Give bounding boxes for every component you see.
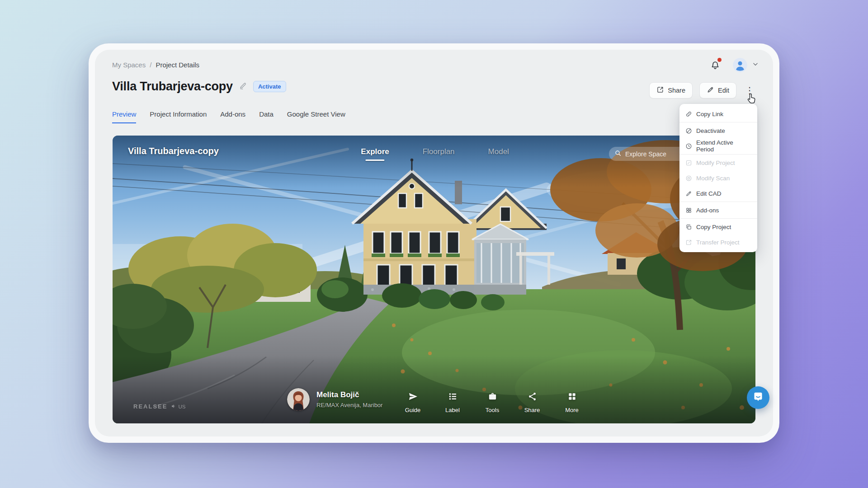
viewer-nav-floorplan[interactable]: Floorplan: [423, 147, 455, 161]
link-icon: [685, 111, 692, 117]
edit-square-icon: [685, 160, 692, 166]
more-grid-icon: [567, 391, 577, 404]
menu-item-copy-link[interactable]: Copy Link: [679, 106, 757, 122]
tab-project-information[interactable]: Project Information: [150, 110, 207, 123]
edit-button[interactable]: Edit: [699, 82, 736, 99]
toolbar-share-button[interactable]: Share: [521, 391, 543, 413]
realsee-watermark: REALSEE US: [133, 403, 185, 410]
menu-item-extend-active-period[interactable]: Extend Active Period: [679, 138, 757, 154]
share-nodes-icon: [527, 391, 538, 404]
addons-grid-icon: [685, 207, 692, 214]
menu-item-deactivate[interactable]: Deactivate: [679, 123, 757, 138]
breadcrumb: My Spaces / Project Details: [112, 61, 199, 69]
project-details-page: My Spaces / Project Details: [95, 50, 773, 436]
pencil-icon: [685, 190, 692, 197]
watermark-brand: REALSEE: [133, 403, 167, 410]
language-selector[interactable]: US: [171, 404, 185, 410]
viewer-nav: Explore Floorplan Model: [361, 147, 509, 161]
chevron-down-icon: [751, 60, 760, 70]
breadcrumb-my-spaces[interactable]: My Spaces: [112, 61, 146, 69]
breadcrumb-project-details: Project Details: [156, 61, 199, 69]
menu-divider: [679, 218, 757, 219]
breadcrumb-separator: /: [150, 61, 151, 69]
search-placeholder: Explore Space: [625, 150, 666, 158]
menu-divider: [679, 202, 757, 202]
notifications-button[interactable]: [709, 59, 721, 71]
menu-item-copy-project[interactable]: Copy Project: [679, 219, 757, 235]
viewer-top-scrim: [113, 136, 755, 188]
tab-preview[interactable]: Preview: [112, 110, 136, 123]
menu-item-add-ons[interactable]: Add-ons: [679, 202, 757, 218]
page-title: Villa Trubarjeva-copy: [112, 80, 233, 94]
page-tabs: Preview Project Information Add-ons Data…: [112, 110, 345, 123]
chat-support-button[interactable]: [747, 386, 769, 409]
tab-data[interactable]: Data: [259, 110, 274, 123]
topbar: [709, 58, 760, 72]
copy-icon: [685, 224, 692, 230]
agent-avatar: [287, 388, 310, 411]
speaker-icon: [171, 404, 176, 410]
agent-company: RE/MAX Avenija, Maribor: [316, 402, 382, 408]
share-button[interactable]: Share: [649, 82, 693, 99]
project-context-menu: Copy Link Deactivate Extend Active Perio…: [679, 104, 757, 252]
ban-icon: [685, 127, 692, 134]
virtual-tour-viewer[interactable]: Villa Trubarjeva-copy Explore Floorplan …: [113, 136, 755, 423]
toolbar-more-button[interactable]: More: [561, 391, 583, 413]
toolbar-tools-button[interactable]: Tools: [481, 391, 503, 413]
menu-divider: [679, 154, 757, 155]
share-button-label: Share: [668, 87, 685, 94]
agent-card[interactable]: Melita Bojič RE/MAX Avenija, Maribor: [287, 388, 382, 411]
share-export-icon: [656, 86, 664, 95]
toolbar-guide-button[interactable]: Guide: [402, 391, 424, 413]
active-nav-underline: [366, 160, 385, 161]
scan-target-icon: [685, 175, 692, 182]
menu-item-edit-cad[interactable]: Edit CAD: [679, 186, 757, 201]
viewer-toolbar: Guide Label Tools: [402, 391, 583, 413]
toolbar-label-button[interactable]: Label: [442, 391, 463, 413]
rename-pencil-icon[interactable]: [239, 81, 247, 92]
tab-add-ons[interactable]: Add-ons: [220, 110, 245, 123]
viewer-nav-model[interactable]: Model: [488, 147, 509, 161]
menu-item-modify-scan: Modify Scan: [679, 170, 757, 186]
tab-google-street-view[interactable]: Google Street View: [287, 110, 345, 123]
menu-item-modify-project: Modify Project: [679, 155, 757, 170]
menu-item-transfer-project: Transfer Project: [679, 235, 757, 250]
viewer-title: Villa Trubarjeva-copy: [128, 146, 219, 156]
edit-pencil-icon: [707, 86, 714, 95]
more-options-kebab-button[interactable]: ⋮: [743, 82, 756, 99]
guide-send-icon: [408, 391, 418, 404]
bell-icon: [709, 65, 721, 72]
tools-briefcase-icon: [487, 391, 498, 404]
header-actions: Share Edit ⋮: [649, 82, 756, 99]
avatar: [733, 58, 747, 72]
transfer-icon: [685, 239, 692, 246]
search-icon: [614, 150, 622, 158]
activate-badge[interactable]: Activate: [253, 81, 286, 92]
title-row: Villa Trubarjeva-copy Activate: [112, 80, 286, 94]
label-list-icon: [448, 391, 458, 404]
menu-divider: [679, 122, 757, 122]
explore-space-search[interactable]: Explore Space: [609, 147, 689, 161]
clock-icon: [685, 143, 692, 150]
edit-button-label: Edit: [718, 87, 729, 94]
chat-bubble-icon: [752, 390, 764, 405]
agent-name: Melita Bojič: [316, 390, 382, 399]
viewer-nav-explore[interactable]: Explore: [361, 147, 389, 161]
account-menu[interactable]: [733, 58, 760, 72]
notification-dot: [717, 58, 722, 62]
app-window: My Spaces / Project Details: [89, 43, 779, 443]
